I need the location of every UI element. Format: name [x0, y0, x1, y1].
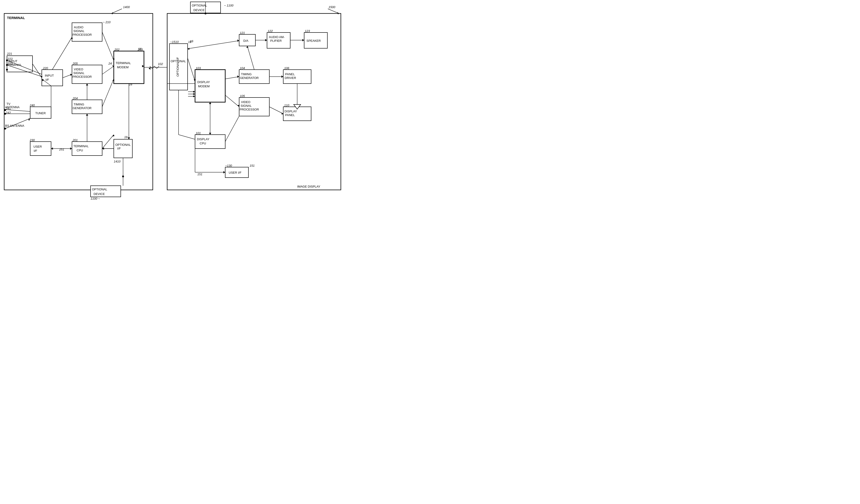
ref-104: 104 — [240, 67, 245, 70]
svg-marker-55 — [302, 39, 304, 41]
svg-marker-21 — [86, 114, 88, 116]
ref-221: 221 — [7, 52, 12, 56]
input-if-box — [42, 70, 63, 86]
optional-device-bottom-label2: DEVICE — [94, 192, 105, 196]
conn-dot-3 — [6, 69, 8, 71]
input-if-label1: INPUT — [45, 74, 54, 77]
optional-if-term-box — [114, 139, 132, 158]
user-if-term-label1: USER — [33, 145, 42, 148]
ref-106: 106 — [284, 67, 289, 70]
audio-amp-label2: PLIFIER — [270, 39, 282, 43]
svg-line-75 — [188, 41, 239, 49]
svg-marker-62 — [209, 133, 211, 135]
display-modem-label2: MODEM — [198, 85, 210, 88]
display-panel-label1: DISPLAY — [284, 110, 297, 113]
ref-123: 123 — [305, 29, 310, 33]
svg-line-12 — [102, 66, 114, 74]
svg-marker-79 — [128, 138, 130, 139]
terminal-cpu-label1: TERMINAL — [73, 144, 89, 148]
ref-1400: 1400 — [123, 5, 130, 9]
vsp-term-label3: PROCESSOR — [72, 75, 92, 78]
svg-line-2 — [328, 9, 339, 13]
ref-103: 103 — [196, 67, 201, 70]
optional-if-disp-label-v: OPTIONAL I/F — [176, 57, 180, 77]
input-if-label2: I/F — [45, 78, 49, 82]
ref-220: 220 — [43, 67, 48, 70]
ref-222: 222 — [8, 57, 13, 61]
svg-marker-51 — [246, 46, 248, 48]
speaker-label: SPEAKER — [306, 39, 321, 43]
svg-line-44 — [225, 77, 239, 79]
svg-marker-76 — [237, 40, 239, 42]
timing-gen-term-label1: TIMING — [74, 103, 84, 106]
terminal-cpu-label2: CPU — [77, 148, 83, 152]
ref-1510: ~1510 — [170, 40, 179, 44]
audio-sp-label1: AUDIO — [74, 26, 83, 29]
vsp-disp-label1: VIDEO — [241, 100, 250, 104]
ref-122: 122 — [268, 29, 273, 33]
optional-if-term-label1: OPTIONAL — [115, 143, 131, 146]
svg-line-58 — [269, 107, 283, 114]
ref-16-2: 16 — [124, 135, 128, 139]
user-if-term-label2: I/F — [34, 149, 37, 153]
optional-device-bottom-label: OPTIONAL — [92, 188, 107, 191]
svg-marker-49 — [282, 75, 283, 78]
svg-line-46 — [225, 95, 239, 107]
bs-antenna-label: BS ANTENNA — [5, 124, 24, 128]
ref-151: 151 — [249, 164, 255, 168]
svg-marker-66 — [223, 171, 225, 173]
ref-16-3: 16 — [190, 40, 194, 43]
svg-point-28 — [122, 175, 124, 177]
ref-16-1: 16 — [138, 47, 142, 51]
vsp-disp-label3: PROCESSOR — [240, 108, 259, 111]
user-if-disp-label: USER I/F — [229, 171, 242, 174]
ref-205: 205 — [72, 62, 78, 65]
timing-gen-term-label2: GENERATOR — [73, 106, 91, 110]
svg-marker-24 — [70, 147, 72, 150]
ref-110: 110 — [284, 103, 289, 107]
ref-1500: 1500 — [329, 5, 335, 9]
svg-marker-45 — [237, 75, 239, 78]
vsp-term-label1: VIDEO — [74, 68, 83, 71]
da-label: D/A — [243, 39, 248, 43]
vsp-term-label2: SIGNAL — [73, 71, 85, 75]
ref-230: 230 — [29, 138, 35, 142]
svg-marker-37 — [28, 118, 30, 121]
svg-marker-53 — [265, 39, 267, 41]
svg-line-10 — [102, 32, 114, 60]
user-if-term-box — [30, 142, 51, 156]
svg-line-8 — [52, 37, 72, 70]
panel-driver-label2: DRIVER — [285, 76, 296, 80]
ref-1100-bottom: 1100 ~ — [90, 197, 100, 200]
svg-line-4 — [32, 64, 42, 78]
svg-marker-23 — [51, 147, 53, 150]
ref-105: 105 — [240, 94, 245, 98]
ref-102: 102 — [158, 62, 163, 66]
svg-line-0 — [112, 9, 122, 13]
terminal-modem-label2: MODEM — [117, 66, 129, 69]
svg-line-42 — [188, 58, 195, 81]
ref-251: 251 — [59, 148, 64, 151]
display-cpu-label1: DISPLAY — [197, 138, 210, 141]
image-display-label: IMAGE DISPLAY — [297, 185, 320, 188]
ref-24: 24 — [108, 62, 112, 65]
svg-point-41 — [204, 13, 206, 14]
ref-1410: 1410 — [114, 160, 121, 163]
svg-line-18 — [102, 135, 114, 148]
diagram-container: TERMINAL 1400 IMAGE DISPLAY 1500 OPTIONA… — [0, 0, 344, 202]
ref-151-line: 151 — [197, 172, 202, 176]
display-panel-label2: PANEL — [285, 113, 295, 117]
ref-210: ~ 210 — [103, 20, 111, 24]
ref-240: 240 — [29, 103, 35, 107]
svg-marker-59 — [282, 113, 283, 115]
ref-121: 121 — [240, 31, 245, 34]
svg-marker-15 — [86, 84, 88, 85]
timing-gen-disp-label2: GENERATOR — [240, 76, 259, 80]
svg-marker-77 — [188, 48, 189, 50]
svg-marker-68 — [148, 67, 150, 70]
ref-201: 201 — [72, 138, 78, 142]
ref-101: 101 — [196, 131, 201, 135]
svg-line-82 — [178, 135, 195, 139]
optional-if-term-label2: I/F — [117, 147, 121, 150]
ref-204: 204 — [72, 97, 78, 100]
